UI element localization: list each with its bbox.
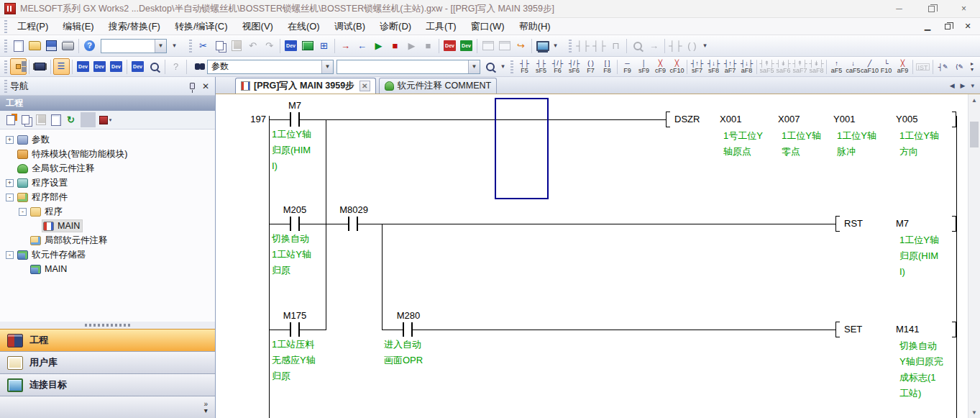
help-icon[interactable]: ? bbox=[81, 37, 98, 54]
fk-coil[interactable]: ( )F7 bbox=[582, 58, 599, 76]
menu-debug[interactable]: 调试(B) bbox=[327, 18, 372, 35]
device-batch-icon[interactable]: Dev bbox=[108, 58, 124, 75]
project-combo[interactable]: ▼ bbox=[101, 39, 167, 53]
fk-rising-pulse[interactable]: ┤↑├sF7 bbox=[689, 58, 705, 76]
tree-item-main[interactable]: MAIN bbox=[0, 219, 215, 233]
fk-open-contact[interactable]: ┤├F5 bbox=[516, 58, 533, 76]
edit-coil-icon[interactable]: ⟨✎ bbox=[951, 58, 968, 76]
operand-device[interactable]: M141 bbox=[896, 324, 920, 335]
tree-expander-icon[interactable]: + bbox=[6, 136, 14, 144]
save-project-icon[interactable] bbox=[43, 37, 60, 54]
jump-window-icon[interactable]: ↪ bbox=[513, 37, 529, 54]
close-button[interactable]: × bbox=[948, 0, 980, 17]
monitor-mode-computer-icon[interactable] bbox=[534, 37, 551, 54]
nav-refresh-icon[interactable]: ↻ bbox=[63, 112, 78, 127]
tab-scroll-left-icon[interactable]: ◀ bbox=[950, 82, 955, 89]
mdi-minimize-button[interactable]: ▁ bbox=[922, 22, 933, 32]
combo-dropdown-icon[interactable]: ▼ bbox=[321, 60, 333, 73]
pin-icon[interactable] bbox=[190, 83, 195, 89]
screen-find-icon[interactable] bbox=[299, 37, 316, 54]
device-comment-find-icon[interactable]: Dev bbox=[75, 58, 91, 75]
tree-expander-icon[interactable]: - bbox=[6, 251, 14, 259]
contact-m205[interactable] bbox=[290, 217, 300, 231]
contact-m7[interactable] bbox=[290, 112, 300, 127]
toolbar-overflow-icon[interactable]: ▾ bbox=[551, 37, 560, 54]
tree-item-device-memory[interactable]: - 软元件存储器 bbox=[0, 247, 215, 262]
tree-item-program-setting[interactable]: + 程序设置 bbox=[0, 176, 215, 190]
menu-convert-compile[interactable]: 转换/编译(C) bbox=[168, 18, 235, 35]
tree-item-pou[interactable]: - 程序部件 bbox=[0, 190, 215, 204]
more-buttons-icon[interactable]: »▾ bbox=[203, 401, 208, 414]
menu-online[interactable]: 在线(O) bbox=[280, 18, 327, 35]
mdi-close-button[interactable]: ✕ bbox=[963, 22, 973, 32]
operand-device[interactable]: X007 bbox=[778, 114, 800, 124]
tab-device-comment[interactable]: 软元件注释 COMMENT bbox=[379, 78, 498, 94]
operand-device[interactable]: X001 bbox=[720, 114, 741, 124]
device-use-list-icon[interactable]: Dev bbox=[91, 58, 108, 75]
monitor-stop-icon[interactable]: ■ bbox=[387, 37, 403, 54]
tree-expander-icon[interactable]: - bbox=[6, 194, 14, 201]
ladder-editor-canvas[interactable]: 197 M7 1工位Y轴 归原(HIM I) M205 切换自动 1工站Y轴 归… bbox=[216, 94, 980, 418]
menu-view[interactable]: 视图(V) bbox=[235, 18, 280, 35]
device-monitor-write-icon[interactable]: Dev bbox=[441, 37, 458, 54]
nav-properties-icon[interactable] bbox=[48, 112, 63, 127]
tree-item-local-device-comment[interactable]: 局部软元件注释 bbox=[0, 233, 215, 247]
device-monitor-read-icon[interactable]: Dev bbox=[458, 37, 475, 54]
fk-falling-pulse-branch[interactable]: ┤↓├aF8 bbox=[738, 58, 755, 76]
write-to-plc-icon[interactable]: → bbox=[337, 37, 354, 54]
operand-device[interactable]: M7 bbox=[896, 218, 909, 229]
instruction-mnemonic[interactable]: SET bbox=[844, 324, 862, 335]
copy-icon[interactable] bbox=[211, 37, 228, 54]
scrollbar-thumb[interactable] bbox=[970, 122, 979, 147]
fk-falling-pulse[interactable]: ┤↓├sF8 bbox=[705, 58, 722, 76]
contact-m175[interactable] bbox=[290, 322, 300, 337]
tab-close-icon[interactable]: ✕ bbox=[360, 81, 370, 91]
contact-m280[interactable] bbox=[403, 322, 413, 337]
device-batch-find-icon[interactable]: ⊞ bbox=[316, 37, 332, 54]
toolbar-overflow-icon[interactable]: ▾ bbox=[700, 37, 710, 54]
nav-button-project[interactable]: 工程 bbox=[0, 329, 215, 351]
menu-window[interactable]: 窗口(W) bbox=[464, 18, 512, 35]
operand-device[interactable]: Y001 bbox=[833, 114, 855, 124]
nav-filter-icon[interactable]: ▾ bbox=[98, 112, 113, 127]
fk-result-rising-pulse[interactable]: ↑aF5 bbox=[828, 58, 845, 76]
fk-invert-result[interactable]: ╱caF10 bbox=[861, 58, 878, 76]
fk-rising-pulse-branch[interactable]: ┤↑├aF7 bbox=[722, 58, 738, 76]
tab-list-icon[interactable]: ▾ bbox=[971, 82, 974, 89]
instruction-mnemonic[interactable]: RST bbox=[844, 218, 863, 229]
module-configuration-icon[interactable] bbox=[32, 58, 48, 75]
fk-delete-line[interactable]: ╳aF9 bbox=[894, 58, 911, 76]
scrollbar-track[interactable] bbox=[968, 106, 980, 406]
toolbar-overflow-icon[interactable]: ▸▾ bbox=[968, 61, 976, 73]
fk-result-falling-pulse[interactable]: ↓caF5 bbox=[845, 58, 861, 76]
close-panel-icon[interactable]: ✕ bbox=[202, 82, 209, 91]
open-project-icon[interactable] bbox=[27, 37, 43, 54]
device-watch-icon[interactable]: Dev bbox=[129, 58, 146, 75]
device-find-combo[interactable]: 参数 ▼ bbox=[207, 60, 334, 74]
fk-vertical-line[interactable]: │sF9 bbox=[636, 58, 652, 76]
binoculars-find-icon[interactable] bbox=[189, 58, 206, 75]
contact-m8029[interactable] bbox=[348, 217, 358, 231]
tree-item-global-device-comment[interactable]: 全局软元件注释 bbox=[0, 161, 215, 176]
toolbar-overflow-icon[interactable]: ▾ bbox=[498, 58, 508, 75]
nav-button-connection-destination[interactable]: 连接目标 bbox=[0, 373, 215, 396]
tab-main-program[interactable]: [PRG]写入 MAIN 3959步 ✕ bbox=[235, 78, 376, 94]
cut-icon[interactable]: ✂ bbox=[195, 37, 211, 54]
menu-find-replace[interactable]: 搜索/替换(F) bbox=[101, 18, 168, 35]
scroll-up-icon[interactable]: ▲ bbox=[968, 94, 980, 106]
value-find-combo[interactable]: ▼ bbox=[336, 60, 480, 74]
fk-open-contact-branch[interactable]: ┤├sF5 bbox=[533, 58, 549, 76]
print-icon[interactable] bbox=[60, 37, 76, 54]
menu-edit[interactable]: 编辑(E) bbox=[55, 18, 101, 35]
fk-delete-vertical-line[interactable]: ╳cF10 bbox=[669, 58, 685, 76]
tree-item-device-memory-main[interactable]: MAIN bbox=[0, 262, 215, 276]
tree-expander-icon[interactable]: + bbox=[6, 179, 14, 187]
nav-button-user-library[interactable]: 用户库 bbox=[0, 351, 215, 373]
fk-write-line[interactable]: └F10 bbox=[878, 58, 894, 76]
mdi-restore-button[interactable] bbox=[943, 22, 953, 32]
combo-dropdown-icon[interactable]: ▼ bbox=[155, 40, 166, 53]
panel-splitter-handle[interactable] bbox=[0, 322, 215, 329]
fk-application-instruction[interactable]: [ ]F8 bbox=[599, 58, 615, 76]
nav-copy-icon[interactable] bbox=[18, 112, 33, 127]
monitor-start-icon[interactable]: ▶ bbox=[370, 37, 387, 54]
